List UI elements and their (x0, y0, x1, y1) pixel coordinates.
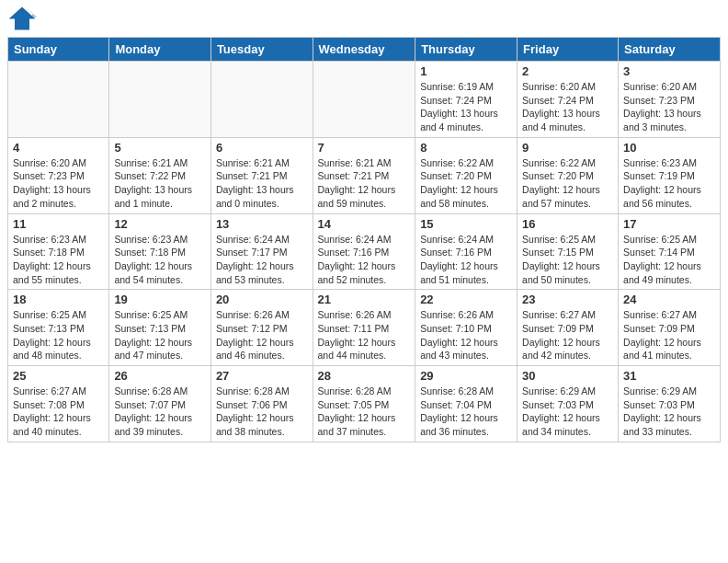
calendar-week-row: 1Sunrise: 6:19 AMSunset: 7:24 PMDaylight… (8, 62, 721, 138)
day-number: 27 (216, 369, 308, 383)
calendar-day-cell: 19Sunrise: 6:25 AMSunset: 7:13 PMDayligh… (109, 290, 211, 366)
day-info: Sunrise: 6:28 AMSunset: 7:06 PMDaylight:… (216, 385, 308, 439)
day-number: 12 (114, 217, 206, 231)
day-number: 2 (522, 64, 613, 78)
logo-icon (7, 6, 37, 31)
calendar-day-cell: 23Sunrise: 6:27 AMSunset: 7:09 PMDayligh… (518, 290, 619, 366)
calendar-day-cell: 17Sunrise: 6:25 AMSunset: 7:14 PMDayligh… (619, 213, 721, 290)
day-info: Sunrise: 6:25 AMSunset: 7:14 PMDaylight:… (623, 233, 715, 287)
day-info: Sunrise: 6:25 AMSunset: 7:13 PMDaylight:… (114, 308, 206, 362)
calendar-day-cell: 29Sunrise: 6:28 AMSunset: 7:04 PMDayligh… (415, 366, 518, 442)
day-number: 24 (623, 293, 715, 306)
calendar-day-cell: 31Sunrise: 6:29 AMSunset: 7:03 PMDayligh… (619, 366, 721, 442)
calendar-day-cell: 28Sunrise: 6:28 AMSunset: 7:05 PMDayligh… (313, 366, 415, 442)
day-info: Sunrise: 6:20 AMSunset: 7:24 PMDaylight:… (522, 80, 613, 134)
header-row: SundayMondayTuesdayWednesdayThursdayFrid… (8, 38, 721, 62)
day-number: 15 (420, 217, 512, 231)
day-info: Sunrise: 6:25 AMSunset: 7:15 PMDaylight:… (522, 233, 613, 287)
calendar-day-cell: 26Sunrise: 6:28 AMSunset: 7:07 PMDayligh… (109, 366, 211, 442)
day-number: 20 (216, 293, 308, 306)
calendar-day-cell: 16Sunrise: 6:25 AMSunset: 7:15 PMDayligh… (518, 213, 619, 290)
day-info: Sunrise: 6:22 AMSunset: 7:20 PMDaylight:… (522, 156, 613, 211)
day-info: Sunrise: 6:28 AMSunset: 7:05 PMDaylight:… (318, 385, 411, 439)
calendar-day-cell: 8Sunrise: 6:22 AMSunset: 7:20 PMDaylight… (415, 137, 518, 213)
day-of-week-header: Sunday (8, 38, 109, 62)
day-info: Sunrise: 6:20 AMSunset: 7:23 PMDaylight:… (13, 156, 104, 211)
day-info: Sunrise: 6:27 AMSunset: 7:09 PMDaylight:… (522, 308, 613, 362)
day-info: Sunrise: 6:28 AMSunset: 7:07 PMDaylight:… (114, 385, 206, 439)
calendar-day-cell: 5Sunrise: 6:21 AMSunset: 7:22 PMDaylight… (109, 137, 211, 213)
day-info: Sunrise: 6:23 AMSunset: 7:19 PMDaylight:… (623, 156, 715, 211)
day-number: 13 (216, 217, 308, 231)
day-number: 11 (13, 217, 104, 231)
calendar-day-cell: 20Sunrise: 6:26 AMSunset: 7:12 PMDayligh… (210, 290, 313, 366)
calendar-day-cell: 14Sunrise: 6:24 AMSunset: 7:16 PMDayligh… (313, 213, 415, 290)
day-number: 6 (216, 141, 308, 155)
calendar-day-cell: 7Sunrise: 6:21 AMSunset: 7:21 PMDaylight… (313, 137, 415, 213)
day-info: Sunrise: 6:25 AMSunset: 7:13 PMDaylight:… (13, 308, 104, 362)
calendar-day-cell: 10Sunrise: 6:23 AMSunset: 7:19 PMDayligh… (619, 137, 721, 213)
calendar-day-cell (313, 62, 415, 138)
day-number: 28 (318, 369, 411, 383)
day-info: Sunrise: 6:20 AMSunset: 7:23 PMDaylight:… (623, 80, 715, 134)
calendar-table: SundayMondayTuesdayWednesdayThursdayFrid… (7, 37, 721, 442)
day-number: 31 (623, 369, 715, 383)
day-number: 19 (114, 293, 206, 306)
day-info: Sunrise: 6:23 AMSunset: 7:18 PMDaylight:… (13, 233, 104, 287)
svg-marker-0 (9, 7, 36, 30)
calendar-day-cell (109, 62, 211, 138)
day-number: 23 (522, 293, 613, 306)
calendar-day-cell: 4Sunrise: 6:20 AMSunset: 7:23 PMDaylight… (8, 137, 109, 213)
calendar-day-cell: 6Sunrise: 6:21 AMSunset: 7:21 PMDaylight… (210, 137, 313, 213)
day-number: 26 (114, 369, 206, 383)
day-info: Sunrise: 6:24 AMSunset: 7:17 PMDaylight:… (216, 233, 308, 287)
day-info: Sunrise: 6:21 AMSunset: 7:21 PMDaylight:… (318, 156, 411, 211)
day-info: Sunrise: 6:24 AMSunset: 7:16 PMDaylight:… (420, 233, 512, 287)
calendar-day-cell: 9Sunrise: 6:22 AMSunset: 7:20 PMDaylight… (518, 137, 619, 213)
day-number: 5 (114, 141, 206, 155)
day-info: Sunrise: 6:29 AMSunset: 7:03 PMDaylight:… (623, 385, 715, 439)
day-of-week-header: Monday (109, 38, 211, 62)
day-number: 10 (623, 141, 715, 155)
day-number: 9 (522, 141, 613, 155)
calendar-week-row: 18Sunrise: 6:25 AMSunset: 7:13 PMDayligh… (8, 290, 721, 366)
calendar-day-cell: 27Sunrise: 6:28 AMSunset: 7:06 PMDayligh… (210, 366, 313, 442)
day-info: Sunrise: 6:26 AMSunset: 7:10 PMDaylight:… (420, 308, 512, 362)
day-info: Sunrise: 6:23 AMSunset: 7:18 PMDaylight:… (114, 233, 206, 287)
calendar-day-cell: 30Sunrise: 6:29 AMSunset: 7:03 PMDayligh… (518, 366, 619, 442)
day-of-week-header: Tuesday (210, 38, 313, 62)
calendar-day-cell: 22Sunrise: 6:26 AMSunset: 7:10 PMDayligh… (415, 290, 518, 366)
calendar-day-cell: 18Sunrise: 6:25 AMSunset: 7:13 PMDayligh… (8, 290, 109, 366)
day-number: 25 (13, 369, 104, 383)
calendar-day-cell: 15Sunrise: 6:24 AMSunset: 7:16 PMDayligh… (415, 213, 518, 290)
day-number: 18 (13, 293, 104, 306)
calendar-day-cell (210, 62, 313, 138)
day-info: Sunrise: 6:21 AMSunset: 7:22 PMDaylight:… (114, 156, 206, 211)
day-info: Sunrise: 6:22 AMSunset: 7:20 PMDaylight:… (420, 156, 512, 211)
day-number: 4 (13, 141, 104, 155)
day-of-week-header: Friday (518, 38, 619, 62)
day-of-week-header: Thursday (415, 38, 518, 62)
calendar-day-cell: 21Sunrise: 6:26 AMSunset: 7:11 PMDayligh… (313, 290, 415, 366)
calendar-body: 1Sunrise: 6:19 AMSunset: 7:24 PMDaylight… (8, 62, 721, 442)
calendar-day-cell: 12Sunrise: 6:23 AMSunset: 7:18 PMDayligh… (109, 213, 211, 290)
calendar-day-cell: 24Sunrise: 6:27 AMSunset: 7:09 PMDayligh… (619, 290, 721, 366)
day-number: 16 (522, 217, 613, 231)
calendar-day-cell: 3Sunrise: 6:20 AMSunset: 7:23 PMDaylight… (619, 62, 721, 138)
logo (7, 6, 40, 31)
day-number: 7 (318, 141, 411, 155)
day-number: 3 (623, 64, 715, 78)
day-info: Sunrise: 6:26 AMSunset: 7:12 PMDaylight:… (216, 308, 308, 362)
day-info: Sunrise: 6:26 AMSunset: 7:11 PMDaylight:… (318, 308, 411, 362)
day-info: Sunrise: 6:24 AMSunset: 7:16 PMDaylight:… (318, 233, 411, 287)
day-number: 22 (420, 293, 512, 306)
day-info: Sunrise: 6:19 AMSunset: 7:24 PMDaylight:… (420, 80, 512, 134)
day-number: 30 (522, 369, 613, 383)
day-info: Sunrise: 6:21 AMSunset: 7:21 PMDaylight:… (216, 156, 308, 211)
day-number: 1 (420, 64, 512, 78)
day-number: 17 (623, 217, 715, 231)
day-info: Sunrise: 6:29 AMSunset: 7:03 PMDaylight:… (522, 385, 613, 439)
day-info: Sunrise: 6:27 AMSunset: 7:08 PMDaylight:… (13, 385, 104, 439)
calendar-day-cell: 25Sunrise: 6:27 AMSunset: 7:08 PMDayligh… (8, 366, 109, 442)
day-info: Sunrise: 6:28 AMSunset: 7:04 PMDaylight:… (420, 385, 512, 439)
